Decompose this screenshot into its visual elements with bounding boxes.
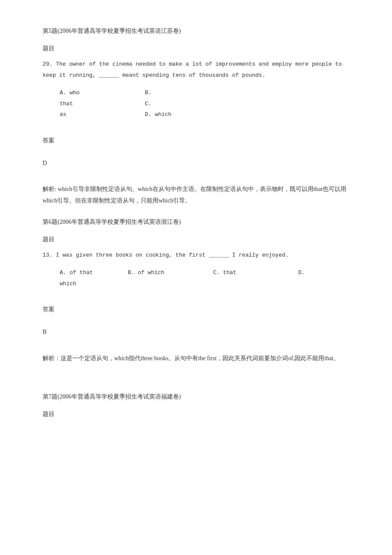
section-6: 第6题(2006年普通高等学校夏季招生考试英语浙江卷) 题目 13. I was… — [43, 217, 349, 364]
section-5-question: 29. The owner of the cinema needed to ma… — [43, 59, 349, 81]
option-c-label: C. — [145, 99, 230, 109]
spacer-1 — [43, 127, 349, 135]
spacer-6 — [43, 344, 349, 353]
section-5-options: A. who B. that C. as D. which — [60, 88, 349, 119]
option-6-d-value: which — [60, 279, 76, 289]
section-5-title: 第5题(2006年普通高等学校夏季招生考试英语江苏卷) — [43, 26, 349, 36]
section-5: 第5题(2006年普通高等学校夏季招生考试英语江苏卷) 题目 29. The o… — [43, 26, 349, 206]
section-6-title: 第6题(2006年普通高等学校夏季招生考试英语浙江卷) — [43, 217, 349, 227]
option-6-b: B. of which — [128, 268, 213, 278]
options-row-2: that C. — [60, 99, 349, 109]
spacer-3 — [43, 175, 349, 184]
section-6-answer-label: 答案 — [43, 304, 349, 315]
section-6-question: 13. I was given three books on cooking, … — [43, 250, 349, 261]
section-6-options-row1: A. of that B. of which C. that D. — [60, 268, 349, 278]
section-5-answer-label: 答案 — [43, 135, 349, 146]
options-row-3: as D. which — [60, 110, 349, 119]
section-5-explanation: 解析: which引导非限制性定语从句。which在从句中作主语。在限制性定语从… — [43, 184, 349, 206]
options-row-1: A. who B. — [60, 88, 349, 98]
option-c-value: as — [60, 110, 145, 119]
spacer-5 — [43, 318, 349, 327]
option-b-value: that — [60, 99, 145, 109]
option-6-a: A. of that — [60, 268, 128, 278]
option-d: D. which — [145, 110, 230, 119]
section-6-answer-value: B — [43, 327, 349, 337]
section-7-title: 第7题(2006年普通高等学校夏季招生考试英语福建卷) — [43, 391, 349, 402]
section-6-options-row2: which — [60, 279, 349, 289]
option-b-label: B. — [145, 88, 230, 98]
section-7: 第7题(2006年普通高等学校夏季招生考试英语福建卷) 题目 — [43, 391, 349, 419]
section-6-label: 题目 — [43, 234, 349, 245]
section-5-answer-value: D — [43, 158, 349, 168]
option-6-c: C. that — [213, 268, 298, 278]
spacer-4 — [43, 295, 349, 304]
section-6-options: A. of that B. of which C. that D. which — [60, 268, 349, 289]
spacer-2 — [43, 149, 349, 158]
section-6-explanation: 解析：这是一个定语从句，which指代three books。从句中有the f… — [43, 353, 349, 364]
section-7-label: 题目 — [43, 409, 349, 419]
large-spacer — [43, 374, 349, 391]
option-6-d-label: D. — [298, 268, 305, 278]
section-5-label: 题目 — [43, 43, 349, 54]
option-a: A. who — [60, 88, 145, 98]
